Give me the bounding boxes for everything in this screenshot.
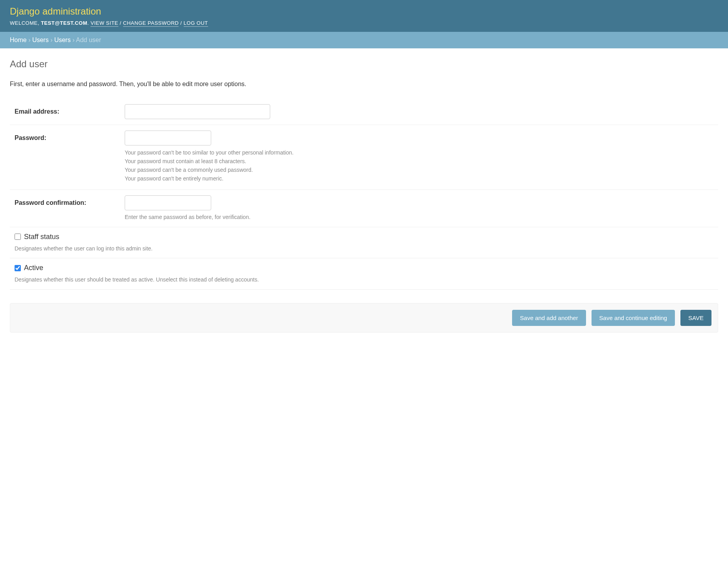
- email-row: Email address:: [10, 99, 718, 125]
- content: Add user First, enter a username and pas…: [0, 48, 728, 340]
- email-field[interactable]: [125, 104, 270, 119]
- welcome-text: WELCOME,: [10, 20, 41, 26]
- staff-status-help: Designates whether the user can log into…: [15, 245, 713, 253]
- breadcrumb: Home › Users › Users › Add user: [0, 32, 728, 48]
- active-help: Designates whether this user should be t…: [15, 276, 713, 284]
- breadcrumb-current: Add user: [76, 37, 101, 43]
- page-intro: First, enter a username and password. Th…: [10, 81, 718, 88]
- add-user-form: Email address: Password: Your password c…: [10, 99, 718, 333]
- password-confirmation-field[interactable]: [125, 195, 211, 210]
- user-tools: WELCOME, TEST@TEST.COM. VIEW SITE / CHAN…: [10, 20, 718, 26]
- save-add-another-button[interactable]: [512, 310, 586, 326]
- staff-status-checkbox[interactable]: [15, 234, 21, 240]
- staff-status-row: Staff status Designates whether the user…: [10, 227, 718, 259]
- password-row: Password: Your password can't be too sim…: [10, 125, 718, 190]
- password-confirmation-label: Password confirmation:: [15, 195, 125, 206]
- password-confirmation-help: Enter the same password as before, for v…: [125, 213, 713, 221]
- current-username: TEST@TEST.COM: [41, 20, 87, 26]
- active-row: Active Designates whether this user shou…: [10, 258, 718, 290]
- breadcrumb-model[interactable]: Users: [54, 37, 71, 43]
- password-help-item: Your password can't be a commonly used p…: [125, 167, 713, 173]
- change-password-link[interactable]: CHANGE PASSWORD: [123, 20, 179, 27]
- password-confirmation-row: Password confirmation: Enter the same pa…: [10, 190, 718, 227]
- password-field[interactable]: [125, 131, 211, 145]
- site-title: Django administration: [10, 6, 718, 17]
- password-help-list: Your password can't be too similar to yo…: [125, 149, 713, 182]
- active-checkbox[interactable]: [15, 265, 21, 271]
- page-title: Add user: [10, 59, 718, 70]
- save-button[interactable]: [680, 310, 711, 326]
- password-help-item: Your password can't be entirely numeric.: [125, 175, 713, 182]
- branding: Django administration: [10, 6, 718, 17]
- password-help-item: Your password can't be too similar to yo…: [125, 149, 713, 156]
- logout-link[interactable]: LOG OUT: [184, 20, 208, 27]
- password-help-item: Your password must contain at least 8 ch…: [125, 158, 713, 164]
- staff-status-label[interactable]: Staff status: [24, 233, 59, 241]
- submit-row: [10, 303, 718, 333]
- password-label: Password:: [15, 131, 125, 142]
- view-site-link[interactable]: VIEW SITE: [90, 20, 118, 27]
- breadcrumb-home[interactable]: Home: [10, 37, 27, 43]
- breadcrumb-app[interactable]: Users: [32, 37, 49, 43]
- admin-header: Django administration WELCOME, TEST@TEST…: [0, 0, 728, 32]
- save-continue-button[interactable]: [592, 310, 675, 326]
- site-title-link[interactable]: Django administration: [10, 6, 101, 17]
- active-label[interactable]: Active: [24, 264, 43, 272]
- email-label: Email address:: [15, 104, 125, 115]
